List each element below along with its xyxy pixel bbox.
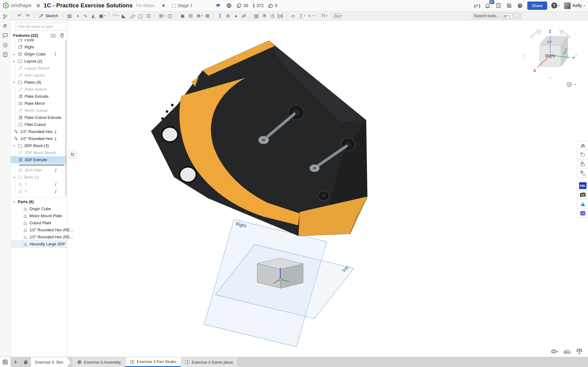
origin-cube-part[interactable] <box>257 258 303 288</box>
filter-input[interactable] <box>15 23 67 30</box>
feature-item-fillet-cutout[interactable]: Fillet Cutout <box>11 121 67 128</box>
likes-stat[interactable]: 0 <box>268 3 277 8</box>
delete-face-icon[interactable]: ⊘ <box>224 12 232 20</box>
chevron-down-icon[interactable]: ▾ <box>12 200 16 203</box>
extrude-icon[interactable]: ▤ <box>65 12 73 20</box>
replace-face-icon[interactable]: ⇄ <box>240 12 248 20</box>
appearance-panel-icon[interactable] <box>577 141 588 150</box>
link-icon[interactable] <box>160 2 167 9</box>
tab-exercise-3-game-piece[interactable]: Exercise 3 Game piece <box>181 357 238 367</box>
plane-icon[interactable]: ▱ <box>289 12 297 20</box>
featurescript-check-icon[interactable]: {✓} <box>474 3 480 8</box>
configurations-panel-icon[interactable] <box>577 150 588 159</box>
custom-feature-am-icon[interactable]: Am <box>333 13 341 18</box>
follow-mode-icon[interactable] <box>2 23 8 29</box>
public-globe-icon[interactable] <box>226 2 232 9</box>
feature-item-right[interactable]: Right <box>11 44 67 51</box>
mass-properties-icon[interactable] <box>576 348 583 354</box>
view-options-button[interactable]: ▾ <box>566 81 576 88</box>
panel-scrollbar[interactable] <box>65 40 66 196</box>
suppress-dots-icon[interactable]: ⋮ <box>53 168 57 172</box>
chevron-down-icon[interactable]: ▾ <box>12 176 16 179</box>
chevron-down-icon[interactable]: ▾ <box>341 14 342 17</box>
tape-measure-icon[interactable] <box>551 348 559 354</box>
activity-stat[interactable]: 372 <box>253 3 264 8</box>
shell-icon[interactable]: ▢ <box>136 12 144 20</box>
modify-fillet-icon[interactable]: ◕ <box>232 12 240 20</box>
part-item-origin-cube[interactable]: Origin Cube <box>11 205 67 212</box>
hole-icon[interactable]: ⊡ <box>144 12 152 20</box>
tab-exercise-3-sho[interactable]: Exercise 3: Sho <box>31 357 71 367</box>
feature-item-belt-1[interactable]: ? ⋮ <box>11 181 67 188</box>
user-menu[interactable]: Kelly ▾ <box>564 2 585 9</box>
suppress-dots-icon[interactable]: ⋮ <box>53 129 57 134</box>
rollback-bar[interactable] <box>19 164 64 166</box>
view-cube[interactable]: Right Top Back Z Y X <box>521 26 579 83</box>
feature-item-3dp-extrude[interactable]: 3DP Extrude <box>11 156 67 163</box>
part-item-absurdly-large-3dp[interactable]: Absurdly Large 3DP <box>11 240 67 248</box>
part-item-rounded-hex-2[interactable]: 1/2" Rounded Hex (RE... <box>11 233 67 240</box>
feature-item-belt-2[interactable]: ? ⋮ <box>11 188 67 195</box>
feature-item-plate-mirror[interactable]: Plate Mirror <box>11 100 67 107</box>
feature-item-motor-cutout[interactable]: Motor Cutout <box>11 107 67 114</box>
chevron-down-icon[interactable]: ▾ <box>201 14 203 17</box>
apps-grid-icon[interactable] <box>506 2 513 9</box>
feature-item-layout-sketch[interactable]: Layout Sketch <box>11 65 67 72</box>
feature-folder-3dp-block[interactable]: ▾ 3DP Block (3) <box>11 142 67 149</box>
part-item-motor-mount-plate[interactable]: Motor Mount Plate <box>11 212 67 219</box>
revolve-icon[interactable]: ◑ <box>73 12 81 20</box>
chevron-down-icon[interactable]: ▾ <box>164 14 165 17</box>
chamfer-icon[interactable]: ◣ <box>120 12 128 20</box>
mirror-icon[interactable]: ◫ <box>166 12 174 20</box>
chevron-down-icon[interactable]: ▾ <box>104 14 105 17</box>
offset-surface-icon[interactable]: ▥ <box>252 12 260 20</box>
tasks-icon[interactable] <box>495 2 502 9</box>
chevron-down-icon[interactable]: ▾ <box>118 14 119 17</box>
feature-item-rounded-hex-2[interactable]: 1/2" Rounded Hex ... ⋮ <box>11 135 67 142</box>
new-folder-icon[interactable] <box>51 33 56 38</box>
feature-item-plate-sketch[interactable]: Plate Sketch <box>11 86 67 93</box>
variable-table-panel-icon[interactable]: (x) <box>577 168 588 178</box>
undo-icon[interactable]: ↶ <box>16 12 24 20</box>
motor-mount-plate-part[interactable] <box>151 41 367 236</box>
chevron-right-icon[interactable]: ▸ <box>12 53 16 56</box>
composite-part-icon[interactable]: ※ <box>260 12 268 20</box>
workspace-selector[interactable]: Stage 1 <box>172 3 193 8</box>
versions-icon[interactable] <box>2 14 8 19</box>
chevron-down-icon[interactable]: ▾ <box>326 14 327 17</box>
feature-item-origin-cube[interactable]: ▸ Origin Cube ⋮ <box>11 51 67 58</box>
protractor-icon[interactable] <box>563 348 571 354</box>
named-positions-panel-icon[interactable] <box>577 159 588 168</box>
chevron-down-icon[interactable]: ▾ <box>12 81 16 84</box>
feature-item-belt-layout[interactable]: Belt Layout <box>11 72 67 79</box>
chevron-down-icon[interactable]: ▾ <box>313 14 314 17</box>
home-tab-button[interactable] <box>21 357 31 367</box>
feature-item-front[interactable]: Front <box>11 39 67 44</box>
release-notes-icon[interactable] <box>2 52 8 57</box>
purple-app-icon[interactable] <box>577 208 588 218</box>
part-item-cutout-plate[interactable]: Cutout Plate <box>11 219 67 226</box>
redo-icon[interactable]: ↷ <box>24 12 32 20</box>
split-icon[interactable]: ⊟ <box>186 12 194 20</box>
chevron-down-icon[interactable]: ▾ <box>304 14 305 17</box>
onshape-logo[interactable]: onshape <box>2 2 32 9</box>
robot-app-icon[interactable] <box>577 190 588 199</box>
loft-icon[interactable]: ◭ <box>89 12 97 20</box>
suppress-dots-icon[interactable]: ⋮ <box>53 52 57 56</box>
history-icon[interactable] <box>2 42 8 48</box>
search-tools[interactable]: Search tools... alt/⌥ c <box>471 12 522 20</box>
feature-item-3dp-block-sketch[interactable]: 3DP Block Sketch <box>11 149 67 156</box>
graphics-viewport[interactable]: Right Top <box>67 21 588 357</box>
chevron-down-icon[interactable]: ▾ <box>12 144 16 147</box>
tab-exercise-3-assembly[interactable]: Exercise 3 Assembly <box>73 357 125 367</box>
chevron-down-icon[interactable]: ▾ <box>135 14 136 17</box>
hamburger-menu-icon[interactable]: ≡ <box>36 2 40 9</box>
part-item-rounded-hex-1[interactable]: 1/2" Rounded Hex (RE... <box>11 226 67 233</box>
3d-model[interactable]: Right Top <box>67 21 588 357</box>
feature-folder-plates[interactable]: ▾ Plates (6) <box>11 79 67 86</box>
sweep-icon[interactable]: ∿ <box>81 12 89 20</box>
ai-assistant-icon[interactable] <box>517 2 523 9</box>
delete-part-icon[interactable]: ⊠ <box>203 12 211 20</box>
find-in-document-button[interactable] <box>0 357 10 367</box>
help-menu[interactable]: ? ▾ <box>551 2 560 9</box>
